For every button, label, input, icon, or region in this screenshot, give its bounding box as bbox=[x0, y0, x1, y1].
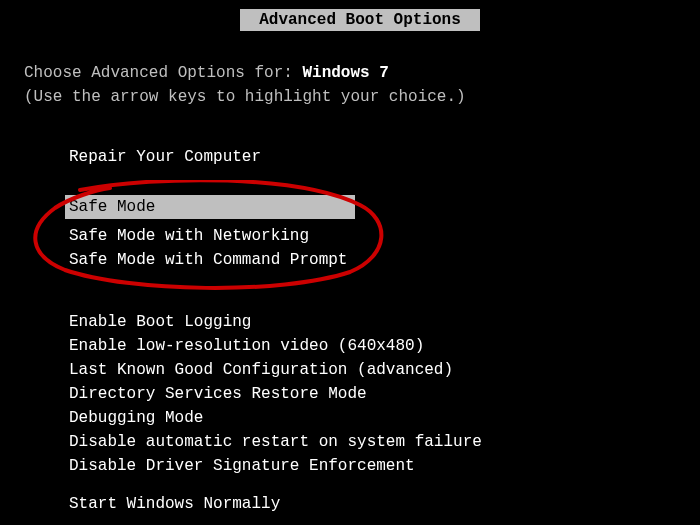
page-title: Advanced Boot Options bbox=[240, 9, 480, 31]
menu-repair-your-computer[interactable]: Repair Your Computer bbox=[65, 145, 265, 169]
menu-start-windows-normally[interactable]: Start Windows Normally bbox=[65, 492, 284, 516]
menu-last-known-good-configuration[interactable]: Last Known Good Configuration (advanced) bbox=[65, 358, 457, 382]
os-name: Windows 7 bbox=[302, 64, 388, 82]
menu-disable-driver-signature[interactable]: Disable Driver Signature Enforcement bbox=[65, 454, 419, 478]
menu-safe-mode-networking[interactable]: Safe Mode with Networking bbox=[65, 224, 313, 248]
prompt-prefix: Choose Advanced Options for: bbox=[24, 64, 302, 82]
menu-safe-mode-command-prompt[interactable]: Safe Mode with Command Prompt bbox=[65, 248, 351, 272]
menu-safe-mode[interactable]: Safe Mode bbox=[65, 195, 355, 219]
menu-directory-services-restore[interactable]: Directory Services Restore Mode bbox=[65, 382, 371, 406]
prompt-instructions: (Use the arrow keys to highlight your ch… bbox=[24, 88, 466, 106]
menu-disable-automatic-restart[interactable]: Disable automatic restart on system fail… bbox=[65, 430, 486, 454]
menu-debugging-mode[interactable]: Debugging Mode bbox=[65, 406, 207, 430]
menu-enable-boot-logging[interactable]: Enable Boot Logging bbox=[65, 310, 255, 334]
menu-enable-low-resolution-video[interactable]: Enable low-resolution video (640x480) bbox=[65, 334, 428, 358]
prompt-choose-options: Choose Advanced Options for: Windows 7 bbox=[24, 64, 389, 82]
